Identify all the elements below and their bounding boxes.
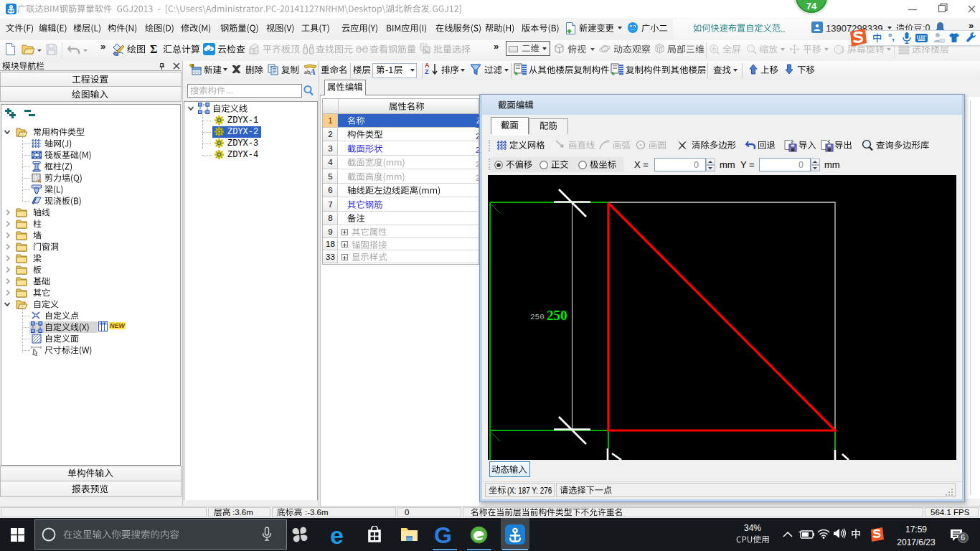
svg-text:15: 15 [940,39,944,43]
svg-text:A: A [309,67,316,75]
